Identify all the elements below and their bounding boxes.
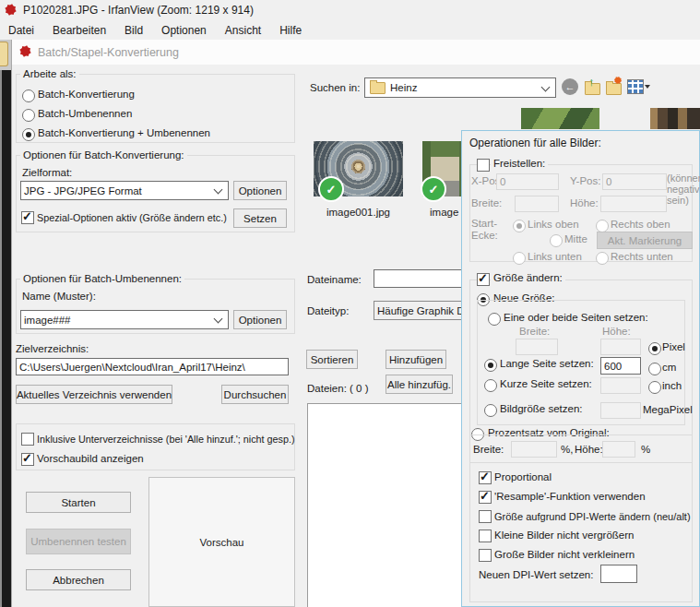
- no-shrink-checkbox[interactable]: [479, 549, 492, 562]
- resize-height-input: [600, 339, 641, 355]
- radio-one-or-both[interactable]: [488, 313, 501, 326]
- resample-checkbox[interactable]: [479, 491, 492, 504]
- percent-width-label: Breite:: [473, 444, 504, 455]
- dpi-change-checkbox[interactable]: [479, 510, 492, 523]
- pattern-combobox[interactable]: image###: [20, 310, 229, 329]
- new-folder-button[interactable]: [605, 77, 623, 95]
- test-rename-button: Umbenennen testen: [26, 529, 131, 554]
- name-pattern-label: Name (Muster):: [22, 291, 96, 302]
- checkmark-badge: ✓: [421, 176, 446, 202]
- crop-width-input: [515, 196, 559, 212]
- resize-width-input: [516, 339, 558, 355]
- no-enlarge-checkbox[interactable]: [479, 530, 492, 542]
- corner-center-label: Mitte: [564, 233, 587, 244]
- radio-batch-conversion-rename-label: Batch-Konvertierung + Umbenennen: [38, 127, 210, 138]
- dpi-change-label: Größe aufgrund DPI-Werte ändern (neu/alt…: [494, 511, 691, 522]
- menu-item-hilfe[interactable]: Hilfe: [279, 24, 302, 37]
- menu-item-ansicht[interactable]: Ansicht: [225, 24, 261, 37]
- start-corner-label: Start-Ecke:: [471, 218, 508, 242]
- filetype-value: Häufige Graphik Da: [377, 305, 470, 316]
- operations-panel-title: Operationen für alle Bilder:: [469, 137, 601, 149]
- pattern-combobox-value: image###: [24, 315, 71, 326]
- radio-unit-pixel[interactable]: [648, 342, 661, 355]
- target-dir-input[interactable]: C:\Users\Juergen\Nextcloud\Iran_April17\…: [16, 358, 289, 375]
- radio-batch-conversion-rename[interactable]: [22, 128, 35, 141]
- view-menu-button[interactable]: [627, 79, 651, 94]
- include-subdirs-checkbox[interactable]: [21, 433, 34, 446]
- percent-height-input: [602, 441, 635, 458]
- radio-corner-top-left: [513, 220, 526, 232]
- menu-item-bearbeiten[interactable]: Bearbeiten: [53, 24, 106, 37]
- menu-item-bild[interactable]: Bild: [125, 24, 143, 37]
- radio-short-side[interactable]: [484, 379, 497, 392]
- format-options-button[interactable]: Optionen: [233, 181, 287, 200]
- look-in-label: Suchen in:: [310, 82, 360, 93]
- long-side-input[interactable]: 600: [600, 357, 641, 375]
- target-dir-label: Zielverzeichnis:: [16, 343, 89, 354]
- resize-checkbox[interactable]: [477, 273, 490, 286]
- filetype-label: Dateityp:: [307, 305, 349, 316]
- corner-top-right-label: Rechts oben: [611, 219, 670, 230]
- radio-batch-rename[interactable]: [22, 109, 35, 122]
- short-side-label: Kurze Seite setzen:: [500, 378, 592, 389]
- menu-item-optionen[interactable]: Optionen: [161, 24, 207, 37]
- menu-bar: Datei Bearbeiten Bild Optionen Ansicht H…: [0, 20, 700, 40]
- image-size-input: [600, 402, 641, 419]
- checkmark-badge: ✓: [318, 176, 344, 202]
- radio-corner-bottom-right: [596, 252, 609, 265]
- thumbnail-partial-top-right[interactable]: [650, 108, 700, 129]
- back-arrow-icon: ←: [565, 81, 575, 92]
- format-combobox-value: JPG - JPG/JPEG Format: [24, 185, 142, 196]
- radio-image-size[interactable]: [484, 404, 497, 417]
- format-combobox[interactable]: JPG - JPG/JPEG Format: [20, 181, 229, 200]
- target-format-label: Zielformat:: [22, 167, 72, 178]
- dialog-title: Batch/Stapel-Konvertierung: [38, 46, 179, 59]
- menu-item-datei[interactable]: Datei: [8, 24, 34, 37]
- unit-inch-label: inch: [662, 380, 682, 391]
- radio-long-side[interactable]: [484, 359, 497, 372]
- resize-height-label: Höhe:: [602, 326, 631, 337]
- new-folder-icon: [606, 83, 622, 95]
- add-all-button[interactable]: Alle hinzufüg.: [386, 375, 453, 394]
- percent-unit-label: %: [641, 444, 650, 455]
- thumbnail-partial-top[interactable]: [521, 108, 599, 129]
- filename-label: Dateiname:: [307, 274, 362, 285]
- crop-legend: Freistellen:: [491, 158, 548, 169]
- use-current-dir-button[interactable]: Aktuelles Verzeichnis verwenden: [16, 385, 172, 404]
- radio-batch-rename-label: Batch-Umbenennen: [38, 108, 132, 119]
- sort-button[interactable]: Sortieren: [306, 350, 358, 369]
- dpi-set-label: Neuen DPI-Wert setzen:: [479, 569, 593, 580]
- radio-unit-cm[interactable]: [648, 363, 661, 375]
- browse-button[interactable]: Durchsuchen: [221, 385, 289, 404]
- unit-cm-label: cm: [662, 362, 676, 373]
- show-preview-label: Vorschaubild anzeigen: [37, 453, 144, 464]
- xpos-input: 0: [496, 173, 559, 190]
- background-image-strip: [0, 40, 11, 607]
- radio-batch-conversion[interactable]: [22, 89, 35, 102]
- radio-corner-top-right: [596, 220, 609, 232]
- radio-corner-center: [550, 234, 563, 247]
- start-button[interactable]: Starten: [26, 492, 131, 513]
- radio-unit-inch[interactable]: [648, 381, 661, 394]
- rename-options-button[interactable]: Optionen: [233, 310, 287, 329]
- look-in-value: Heinz: [390, 82, 417, 93]
- ypos-label: Y-Pos:: [570, 175, 600, 186]
- back-button[interactable]: ←: [562, 78, 578, 95]
- special-options-checkbox[interactable]: [21, 211, 34, 224]
- show-preview-checkbox[interactable]: [21, 453, 34, 466]
- proportional-checkbox[interactable]: [479, 471, 492, 484]
- conversion-options-legend: Optionen für Batch-Konvertierung:: [20, 149, 187, 161]
- set-button[interactable]: Setzen: [233, 208, 287, 228]
- percent-sep-label: %,: [561, 444, 573, 455]
- radio-batch-conversion-label: Batch-Konvertierung: [38, 89, 135, 100]
- megapixel-label: MegaPixel: [643, 404, 693, 415]
- files-listbox[interactable]: [307, 403, 464, 607]
- crop-checkbox[interactable]: [477, 159, 490, 172]
- up-folder-button[interactable]: ↑: [584, 77, 601, 95]
- work-as-legend: Arbeite als:: [20, 68, 79, 79]
- cancel-button[interactable]: Abbrechen: [26, 569, 131, 590]
- add-button[interactable]: Hinzufügen: [386, 350, 446, 369]
- long-side-label: Lange Seite setzen:: [500, 358, 594, 369]
- percent-width-input: [511, 441, 557, 458]
- dpi-input[interactable]: [600, 565, 637, 583]
